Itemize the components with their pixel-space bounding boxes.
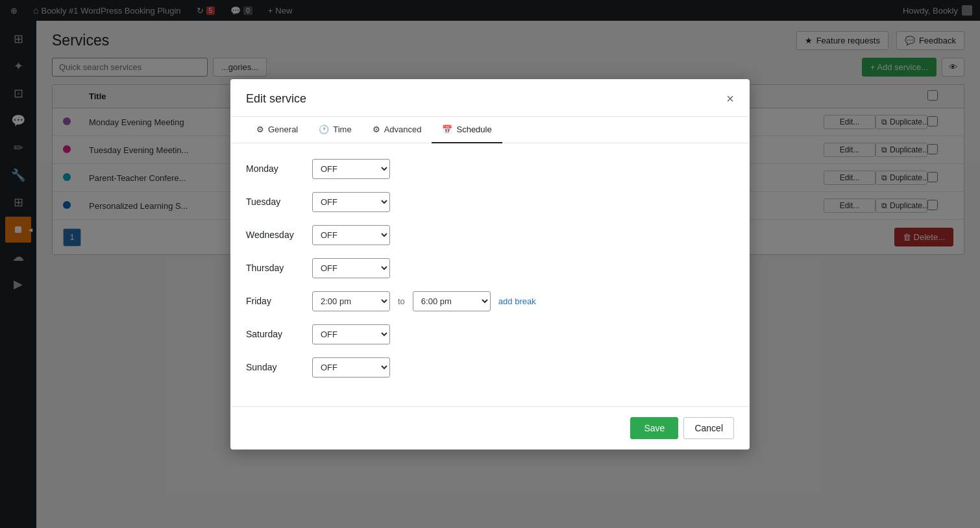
schedule-row-saturday: Saturday OFF 9:00 am 2:00 pm — [246, 324, 734, 344]
modal-title: Edit service — [246, 92, 306, 106]
schedule-row-monday: Monday OFF 9:00 am 10:00 am 2:00 pm — [246, 159, 734, 179]
monday-select[interactable]: OFF 9:00 am 10:00 am 2:00 pm — [312, 159, 390, 179]
to-label: to — [398, 296, 405, 306]
modal-body: Monday OFF 9:00 am 10:00 am 2:00 pm Tues… — [230, 143, 750, 406]
schedule-row-wednesday: Wednesday OFF 9:00 am 2:00 pm — [246, 225, 734, 245]
schedule-row-tuesday: Tuesday OFF 9:00 am 2:00 pm — [246, 192, 734, 212]
clock-icon: 🕐 — [319, 125, 329, 134]
modal-header: Edit service × — [230, 79, 750, 117]
tab-schedule[interactable]: 📅 Schedule — [432, 117, 502, 143]
tab-time[interactable]: 🕐 Time — [308, 117, 361, 143]
day-label-sunday: Sunday — [246, 362, 304, 372]
day-label-thursday: Thursday — [246, 263, 304, 273]
tuesday-select[interactable]: OFF 9:00 am 2:00 pm — [312, 192, 390, 212]
schedule-row-thursday: Thursday OFF 9:00 am 2:00 pm — [246, 258, 734, 278]
wednesday-select[interactable]: OFF 9:00 am 2:00 pm — [312, 225, 390, 245]
save-button[interactable]: Save — [630, 417, 678, 439]
thursday-select[interactable]: OFF 9:00 am 2:00 pm — [312, 258, 390, 278]
day-label-monday: Monday — [246, 163, 304, 174]
modal-overlay: Edit service × ⚙ General 🕐 Time ⚙ Advanc… — [0, 0, 980, 528]
day-label-saturday: Saturday — [246, 329, 304, 339]
schedule-row-friday: Friday OFF 9:00 am 1:00 pm 2:00 pm 3:00 … — [246, 291, 734, 311]
modal-tabs: ⚙ General 🕐 Time ⚙ Advanced 📅 Schedule — [230, 117, 750, 143]
edit-service-modal: Edit service × ⚙ General 🕐 Time ⚙ Advanc… — [230, 79, 750, 450]
friday-end-select[interactable]: OFF 3:00 pm 4:00 pm 5:00 pm 6:00 pm 7:00… — [413, 291, 491, 311]
saturday-select[interactable]: OFF 9:00 am 2:00 pm — [312, 324, 390, 344]
day-label-friday: Friday — [246, 296, 304, 306]
day-label-wednesday: Wednesday — [246, 230, 304, 240]
modal-footer: Save Cancel — [230, 406, 750, 450]
cancel-button[interactable]: Cancel — [683, 417, 734, 439]
schedule-row-sunday: Sunday OFF 9:00 am 2:00 pm — [246, 357, 734, 378]
modal-close-button[interactable]: × — [726, 92, 734, 105]
gear-icon: ⚙ — [256, 125, 264, 134]
sunday-select[interactable]: OFF 9:00 am 2:00 pm — [312, 357, 390, 378]
friday-start-select[interactable]: OFF 9:00 am 1:00 pm 2:00 pm 3:00 pm 6:00… — [312, 291, 390, 311]
tab-general[interactable]: ⚙ General — [246, 117, 308, 143]
add-break-link[interactable]: add break — [498, 296, 536, 306]
calendar-icon: 📅 — [442, 125, 452, 134]
day-label-tuesday: Tuesday — [246, 197, 304, 207]
tab-advanced[interactable]: ⚙ Advanced — [362, 117, 432, 143]
advanced-gear-icon: ⚙ — [373, 125, 380, 134]
